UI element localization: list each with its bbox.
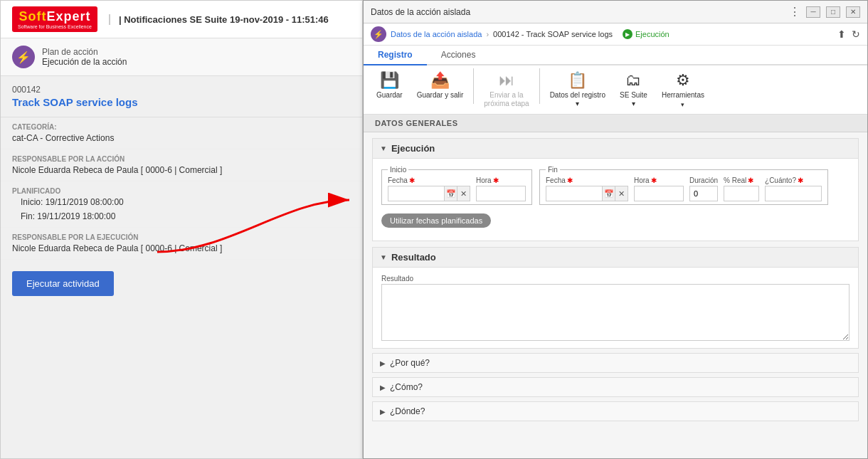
refresh-icon[interactable]: ↻ <box>852 28 860 40</box>
fin-hora-label: Hora ✱ <box>634 176 684 184</box>
play-icon: ▶ <box>623 29 633 39</box>
donde-section: ▶ ¿Dónde? <box>372 401 859 421</box>
ejecucion-title: Ejecución <box>391 143 435 154</box>
responsible-value: Nicole Eduarda Rebeca de Paula [ 0000-6 … <box>12 165 351 175</box>
tab-registro[interactable]: Registro <box>364 46 427 65</box>
category-label: CATEGORÍA: <box>12 123 351 131</box>
action-name: Track SOAP service logs <box>12 96 351 108</box>
donde-arrow: ▶ <box>380 408 386 416</box>
responsible-label: RESPONSABLE POR LA ACCIÓN <box>12 155 351 163</box>
execution-status: ▶ Ejecución <box>623 29 669 39</box>
modal-title: Datos de la acción aislada <box>371 7 470 17</box>
inicio-fecha-required: ✱ <box>409 176 415 184</box>
inicio-fecha-input[interactable] <box>388 186 445 201</box>
reg-data-icon: 📋 <box>568 71 587 90</box>
real-input[interactable] <box>724 186 759 201</box>
category-row: CATEGORÍA: cat-CA - Corrective Actions <box>1 117 362 149</box>
responsible-row: RESPONSABLE POR LA ACCIÓN Nicole Eduarda… <box>1 149 362 181</box>
category-value: cat-CA - Corrective Actions <box>12 133 351 143</box>
breadcrumb-bar: ⚡ Datos de la acción aislada › 000142 - … <box>364 23 867 46</box>
tools-button[interactable]: ⚙ Herramientas ▾ <box>656 68 710 111</box>
save-label: Guardar <box>376 91 403 100</box>
plan-section: ⚡ Plan de acción Ejecución de la acción <box>1 38 362 76</box>
fin-hora-group: Hora ✱ <box>634 176 684 201</box>
content-area: DATOS GENERALES ▼ Ejecución Inicio Fecha… <box>364 115 867 458</box>
breadcrumb-current: 000142 - Track SOAP service logs <box>493 30 613 38</box>
restore-button[interactable]: □ <box>826 6 840 18</box>
ejecucion-header[interactable]: ▼ Ejecución <box>373 139 858 159</box>
save-icon: 💾 <box>380 71 399 90</box>
breadcrumb-separator: › <box>486 30 489 38</box>
modal-titlebar: Datos de la acción aislada ⋮ ─ □ ✕ <box>364 1 867 23</box>
save-exit-button[interactable]: 📤 Guardar y salir <box>411 68 470 102</box>
cuanto-required: ✱ <box>798 176 803 184</box>
toolbar: 💾 Guardar 📤 Guardar y salir ⏭ Enviar a l… <box>364 65 867 115</box>
close-button[interactable]: ✕ <box>846 6 860 18</box>
planned-row: PLANIFICADO Inicio: 19/11/2019 08:00:00 … <box>1 181 362 228</box>
next-step-button[interactable]: ⏭ Enviar a la próxima etapa <box>478 68 534 111</box>
se-suite-button[interactable]: 🗂 SE Suite▾ <box>614 68 653 111</box>
next-step-icon: ⏭ <box>499 71 514 90</box>
fin-fecha-group: Fecha ✱ 📅 ✕ <box>546 176 628 201</box>
como-arrow: ▶ <box>380 384 386 391</box>
fin-calendar-icon[interactable]: 📅 <box>603 186 615 201</box>
fin-fecha-input[interactable] <box>546 186 603 201</box>
breadcrumb-root-link[interactable]: Datos de la acción aislada <box>391 30 482 38</box>
se-suite-label: SE Suite▾ <box>620 91 647 108</box>
plan-sub: Ejecución de la acción <box>42 57 127 67</box>
cuanto-label: ¿Cuánto? ✱ <box>765 176 822 184</box>
execute-activity-button[interactable]: Ejecutar actividad <box>12 271 114 296</box>
por-que-header[interactable]: ▶ ¿Por qué? <box>373 354 858 372</box>
inicio-hora-input[interactable] <box>476 186 526 201</box>
save-button[interactable]: 💾 Guardar <box>371 68 408 102</box>
donde-header[interactable]: ▶ ¿Dónde? <box>373 402 858 421</box>
se-suite-icon: 🗂 <box>625 71 641 90</box>
next-step-label: Enviar a la próxima etapa <box>484 91 529 108</box>
save-exit-label: Guardar y salir <box>417 91 464 100</box>
breadcrumb-icon: ⚡ <box>371 26 386 42</box>
planned-label: PLANIFICADO <box>12 187 351 195</box>
inicio-fieldset: Inicio Fecha ✱ 📅 ✕ <box>381 166 532 205</box>
inicio-legend: Inicio <box>388 166 408 174</box>
planned-fin: Fin: 19/11/2019 18:00:00 <box>21 211 351 221</box>
toolbar-separator-1 <box>473 68 474 104</box>
tools-icon: ⚙ <box>676 71 690 90</box>
execution-label: Ejecución <box>635 30 669 38</box>
save-exit-icon: 📤 <box>430 71 450 90</box>
fin-fecha-label: Fecha ✱ <box>546 176 628 184</box>
minimize-button[interactable]: ─ <box>806 6 820 18</box>
resultado-header[interactable]: ▼ Resultado <box>373 248 858 268</box>
exec-responsible-row: RESPONSABLE POR LA EJECUCIÓN Nicole Edua… <box>1 228 362 260</box>
inicio-calendar-icon[interactable]: 📅 <box>445 186 457 201</box>
inicio-fecha-label: Fecha ✱ <box>388 176 470 184</box>
modal-window: Datos de la acción aislada ⋮ ─ □ ✕ ⚡ Dat… <box>363 0 868 459</box>
inicio-hora-label: Hora ✱ <box>476 176 526 184</box>
fin-hora-input[interactable] <box>634 186 684 201</box>
logo-text: SoftExpert <box>18 9 90 24</box>
logo-sub: Software for Business Excellence <box>18 24 92 29</box>
inicio-clear-icon[interactable]: ✕ <box>457 186 470 201</box>
por-que-arrow: ▶ <box>380 359 386 367</box>
resultado-textarea[interactable] <box>381 284 850 341</box>
fin-clear-icon[interactable]: ✕ <box>615 186 628 201</box>
modal-menu-icon[interactable]: ⋮ <box>789 5 800 19</box>
ejecucion-section: ▼ Ejecución Inicio Fecha ✱ <box>372 138 859 241</box>
tabs-bar: Registro Acciones <box>364 46 867 65</box>
resultado-section: ▼ Resultado Resultado <box>372 247 859 349</box>
use-planned-dates-button[interactable]: Utilizar fechas planificadas <box>381 213 491 228</box>
cuanto-input[interactable] <box>765 186 822 201</box>
inicio-hora-group: Hora ✱ <box>476 176 526 201</box>
inicio-fecha-input-group: 📅 ✕ <box>388 186 470 201</box>
nav-up-icon[interactable]: ⬆ <box>837 28 846 40</box>
inicio-fecha-group: Fecha ✱ 📅 ✕ <box>388 176 470 201</box>
reg-data-button[interactable]: 📋 Datos del registro▾ <box>544 68 611 111</box>
inicio-hora-required: ✱ <box>493 176 499 184</box>
tab-acciones[interactable]: Acciones <box>427 46 490 65</box>
ejecucion-form-row: Inicio Fecha ✱ 📅 ✕ <box>381 166 850 205</box>
fin-fecha-required: ✱ <box>567 176 573 184</box>
por-que-section: ▶ ¿Por qué? <box>372 353 859 373</box>
duracion-input[interactable] <box>689 186 718 201</box>
tools-label: Herramientas <box>662 91 704 100</box>
action-section: 000142 Track SOAP service logs <box>1 76 362 117</box>
como-header[interactable]: ▶ ¿Cómo? <box>373 378 858 396</box>
